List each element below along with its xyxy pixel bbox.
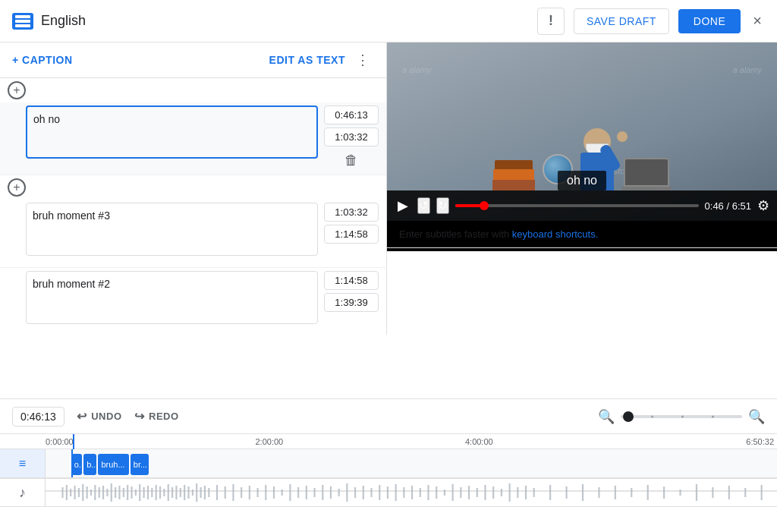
waveform-svg: // This will be rendered as static SVG r… [46,481,777,504]
caption-track-label: ≡ [0,449,46,477]
waveform-track: ♪ // This will be rendered as static SVG… [0,478,777,507]
svg-rect-22 [135,490,137,496]
plus-icon: + [13,83,20,97]
start-time-button-2[interactable]: 1:03:32 [324,203,379,222]
caption-text-input-1[interactable]: oh no [26,105,318,159]
play-button[interactable]: ▶ [395,197,411,214]
svg-rect-68 [436,486,437,499]
caption-block-3[interactable]: bruh... [98,454,128,475]
svg-rect-4 [61,487,63,498]
add-row-top[interactable]: + [0,78,386,102]
ruler-mark-2: 4:00:00 [465,437,493,446]
header: English ! SAVE DRAFT DONE × [0,0,777,42]
zoom-in-button[interactable]: 🔍 [748,408,765,425]
settings-button[interactable]: ⚙ [757,197,769,214]
svg-rect-63 [395,484,397,501]
svg-rect-72 [468,486,470,499]
caption-overlay: oh no [558,171,606,190]
svg-rect-17 [115,487,116,498]
forward-button[interactable]: ↻ [436,197,449,214]
svg-rect-33 [180,488,181,497]
svg-rect-6 [70,489,71,496]
video-controls: ▶ ↺ ↻ 0:46 / 6:51 ⚙ [387,190,777,221]
svg-rect-93 [744,488,746,497]
svg-rect-86 [631,488,632,497]
keyboard-shortcuts-link[interactable]: keyboard shortcuts. [512,228,598,240]
svg-rect-80 [533,488,535,497]
save-draft-button[interactable]: SAVE DRAFT [574,8,669,34]
alert-button[interactable]: ! [537,8,565,35]
svg-rect-2 [15,24,30,27]
svg-rect-57 [346,483,348,502]
svg-rect-27 [156,485,157,500]
plus-icon-2: + [13,181,20,194]
svg-rect-16 [111,483,112,502]
add-caption-before-icon[interactable]: + [8,81,26,99]
caption-item-3: bruh moment #2 1:14:58 1:39:39 [0,268,386,335]
done-button[interactable]: DONE [678,9,741,33]
end-time-button-3[interactable]: 1:39:39 [324,293,379,312]
waveform-content: // This will be rendered as static SVG r… [46,479,777,506]
close-button[interactable]: × [750,9,765,33]
svg-rect-79 [525,486,527,499]
svg-rect-91 [712,487,713,498]
caption-block-4[interactable]: br... [131,454,149,475]
start-time-button-1[interactable]: 0:46:13 [324,105,379,124]
add-caption-button[interactable]: + CAPTION [12,54,73,66]
undo-button[interactable]: ↩ UNDO [77,409,122,423]
ruler-playhead [73,434,74,449]
svg-rect-92 [728,486,730,499]
svg-rect-55 [330,486,332,499]
svg-rect-71 [460,487,461,498]
svg-rect-41 [216,485,218,500]
svg-rect-0 [15,15,30,18]
svg-rect-50 [289,484,291,501]
svg-rect-37 [196,483,197,502]
svg-rect-54 [322,485,323,500]
waveform-track-label: ♪ [0,479,46,506]
svg-rect-67 [427,485,429,500]
svg-rect-18 [118,486,120,499]
caption-track-content: o... b... bruh... br... [46,449,777,477]
caption-times-1: 0:46:13 1:03:32 [324,105,379,146]
add-row-middle-1[interactable]: + [0,175,386,200]
svg-rect-34 [184,485,185,500]
svg-rect-40 [208,488,209,497]
redo-button[interactable]: ↪ REDO [134,409,179,423]
video-time: 0:46 / 6:51 [705,200,751,212]
caption-block-1[interactable]: o... [71,454,82,475]
svg-rect-46 [256,488,258,497]
undo-label: UNDO [91,411,121,422]
svg-rect-78 [517,487,518,498]
more-options-button[interactable]: ⋮ [351,50,374,70]
svg-rect-88 [663,486,665,499]
end-time-button-1[interactable]: 1:03:32 [324,127,379,146]
svg-rect-28 [159,486,161,499]
svg-rect-39 [204,486,206,499]
zoom-out-button[interactable]: 🔍 [598,408,615,425]
music-note-icon: ♪ [19,485,26,501]
timeline-current-time: 0:46:13 [12,407,64,427]
pause-while-typing: Pause while typing [387,248,777,251]
undo-icon: ↩ [77,409,87,423]
add-caption-between-icon[interactable]: + [8,178,26,197]
svg-rect-83 [582,484,584,501]
delete-caption-button-1[interactable]: 🗑 [341,150,361,172]
zoom-slider[interactable] [621,415,742,418]
page-title: English [41,13,86,29]
redo-label: REDO [149,411,179,422]
hint-text: Enter subtitles faster with [399,228,512,240]
end-time-button-2[interactable]: 1:14:58 [324,225,379,244]
zoom-tick-1 [651,415,653,417]
replay-button[interactable]: ↺ [417,197,430,214]
start-time-button-3[interactable]: 1:14:58 [324,271,379,290]
caption-text-input-3[interactable]: bruh moment #2 [26,271,318,324]
svg-rect-24 [143,487,145,498]
svg-rect-64 [403,487,404,498]
edit-as-text-button[interactable]: EDIT AS TEXT [269,54,345,66]
caption-block-2[interactable]: b... [83,454,96,475]
timeline-area: 0:46:13 ↩ UNDO ↪ REDO 🔍 🔍 0:00:00 2:00:0… [0,398,777,532]
content-area: + CAPTION EDIT AS TEXT ⋮ + oh no 0:46:13… [0,42,777,335]
caption-text-input-2[interactable]: bruh moment #3 [26,203,318,256]
progress-bar[interactable] [455,204,699,207]
